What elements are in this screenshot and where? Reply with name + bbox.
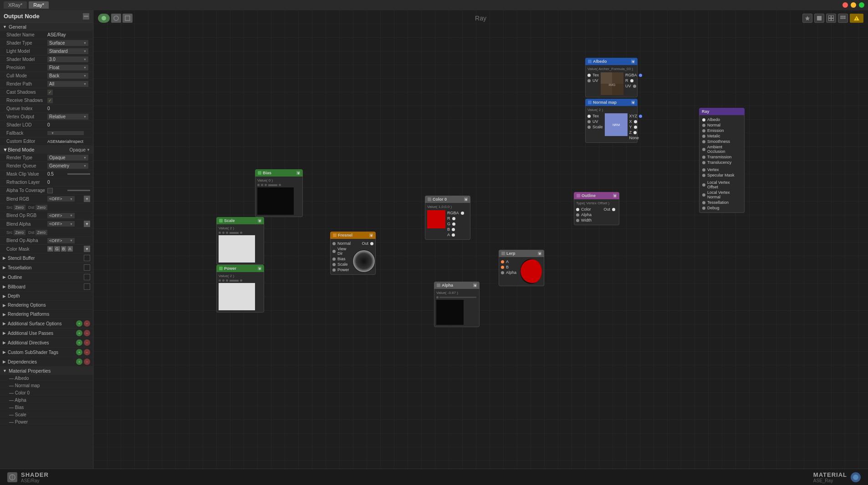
node-color0-menu-icon[interactable]: ▼ <box>464 197 468 201</box>
additional-surface-row[interactable]: ▶ Additional Surface Options + − <box>0 319 93 328</box>
add-surface-remove-icon[interactable]: − <box>84 320 90 327</box>
shader-type-dropdown[interactable]: Surface <box>47 40 88 46</box>
port-ray-lvo: Local Vertex Offset <box>702 180 741 190</box>
render-queue-dropdown[interactable]: Geometry <box>47 163 88 169</box>
node-normalmap[interactable]: Normal map ▼ Value( 2 ) Tex UV Scale NRM <box>585 99 638 143</box>
node-bias[interactable]: Bias ▼ Value( 0 ) <box>255 169 303 217</box>
depth-row[interactable]: ▶ Depth <box>0 292 93 301</box>
node-normalmap-menu-icon[interactable]: ▼ <box>631 101 635 104</box>
node-fresnel[interactable]: Fresnel ▼ Normal View Dir Bias Scale Pow… <box>330 232 376 275</box>
outline-row[interactable]: ▶ Outline <box>0 273 93 282</box>
blend-op-rgb-dropdown[interactable]: <OFF> <box>47 213 75 218</box>
port-r-out: R <box>625 78 644 83</box>
node-power-menu-icon[interactable]: ▼ <box>258 267 261 270</box>
warning-icon-btn[interactable]: ! <box>850 14 863 23</box>
node-bias-menu-icon[interactable]: ▼ <box>296 171 300 175</box>
mat-prop-scale[interactable]: — Scale <box>0 411 93 419</box>
node-scale[interactable]: Scale ▼ Value( 2 ) <box>216 217 264 265</box>
dependencies-row[interactable]: ▶ Dependencies + − <box>0 357 93 367</box>
toolbar-circle2-btn[interactable] <box>111 14 121 23</box>
blend-alpha-dropdown[interactable]: <OFF> <box>47 221 75 227</box>
mask-a[interactable]: A <box>67 246 73 252</box>
render-path-dropdown[interactable]: All <box>47 81 88 87</box>
node-alpha-menu-icon[interactable]: ▼ <box>473 283 477 287</box>
additional-use-passes-row[interactable]: ▶ Additional Use Passes + − <box>0 328 93 338</box>
node-lerp-menu-icon[interactable]: ▼ <box>538 252 541 255</box>
vertex-output-dropdown[interactable]: Relative <box>47 114 88 120</box>
canvas-area[interactable]: Ray ! <box>93 10 868 469</box>
mat-prop-alpha[interactable]: — Alpha <box>0 397 93 404</box>
alpha-coverage-checkbox[interactable] <box>47 188 53 193</box>
star-icon-btn[interactable] <box>802 14 812 23</box>
add-directives-add-icon[interactable]: + <box>76 339 82 346</box>
node-lerp[interactable]: Lerp ▼ A B Alpha <box>499 250 544 286</box>
minimize-btn[interactable] <box>851 2 856 8</box>
tessellation-checkbox[interactable] <box>84 264 90 271</box>
node-alpha[interactable]: Alpha ▼ Value( -0.87 ) <box>434 282 480 327</box>
node-ray[interactable]: Ray Albedo Normal Emission Metalic Smoot… <box>699 108 745 213</box>
blend-op-alpha-dropdown[interactable]: <OFF> <box>47 238 75 243</box>
add-directives-remove-icon[interactable]: − <box>84 339 90 346</box>
add-surface-add-icon[interactable]: + <box>76 320 82 327</box>
mask-g[interactable]: G <box>54 246 60 252</box>
node-albedo[interactable]: Albedo ▼ Value( Archer_Formula_03 ) Tex … <box>585 58 638 97</box>
stencil-buffer-row[interactable]: ▶ Stencil Buffer <box>0 253 93 263</box>
mat-prop-bias[interactable]: — Bias <box>0 404 93 411</box>
rendering-platforms-row[interactable]: ▶ Rendering Platforms <box>0 310 93 319</box>
node-outline-menu-icon[interactable]: ▼ <box>613 194 617 197</box>
cast-shadows-checkbox[interactable]: ✓ <box>47 90 53 95</box>
mat-prop-albedo[interactable]: — Albedo <box>0 375 93 382</box>
cull-mode-dropdown[interactable]: Back <box>47 73 88 79</box>
blend-alpha-dst-dropdown[interactable]: Zero <box>36 230 48 235</box>
panel-minimize-btn[interactable]: — <box>83 13 89 20</box>
shader-model-dropdown[interactable]: 3.0 <box>47 56 88 62</box>
blend-alpha-src-dropdown[interactable]: Zero <box>14 230 26 235</box>
section-blend-mode[interactable]: ▼ Blend Mode Opaque ▼ <box>0 146 93 154</box>
toolbar-circle-btn[interactable] <box>98 14 110 23</box>
custom-tags-add-icon[interactable]: + <box>76 349 82 355</box>
additional-directives-row[interactable]: ▶ Additional Directives + − <box>0 338 93 348</box>
mat-prop-color0[interactable]: — Color 0 <box>0 389 93 397</box>
blend-rgb-dropdown[interactable]: <OFF> <box>47 196 75 202</box>
section-material-properties[interactable]: ▼ Material Properties <box>0 367 93 375</box>
light-model-dropdown[interactable]: Standard <box>47 48 88 54</box>
render-type-dropdown[interactable]: Opaque <box>47 155 88 161</box>
tab-ray[interactable]: Ray* <box>29 1 49 9</box>
maximize-btn[interactable] <box>859 2 864 8</box>
outline-checkbox[interactable] <box>84 274 90 280</box>
billboard-checkbox[interactable] <box>84 283 90 290</box>
node-albedo-menu-icon[interactable]: ▼ <box>631 60 635 63</box>
mat-prop-normalmap[interactable]: — Normal map <box>0 382 93 389</box>
dependencies-remove-icon[interactable]: − <box>84 359 90 365</box>
billboard-row[interactable]: ▶ Billboard <box>0 282 93 292</box>
layout-grid-btn[interactable] <box>838 14 848 23</box>
tessellation-row[interactable]: ▶ Tessellation <box>0 263 93 273</box>
node-color0[interactable]: Color 0 ▼ Value( 1,0,0,0 ) RGBA R G B A <box>425 196 470 240</box>
fallback-dropdown[interactable] <box>47 131 84 135</box>
prop-blend-rgb-src-dst: Src Zero Dst Zero <box>0 203 93 212</box>
mask-r[interactable]: R <box>47 246 53 252</box>
precision-dropdown[interactable]: Float <box>47 65 88 71</box>
add-passes-remove-icon[interactable]: − <box>84 330 90 336</box>
receive-shadows-checkbox[interactable]: ✓ <box>47 98 53 103</box>
node-fresnel-menu-icon[interactable]: ▼ <box>369 233 373 237</box>
section-general[interactable]: ▼ General <box>0 23 93 31</box>
mat-prop-power[interactable]: — Power <box>0 419 93 426</box>
mask-b[interactable]: B <box>61 246 66 252</box>
custom-tags-remove-icon[interactable]: − <box>84 349 90 355</box>
node-scale-menu-icon[interactable]: ▼ <box>258 219 261 222</box>
dependencies-add-icon[interactable]: + <box>76 359 82 365</box>
blend-dst-dropdown[interactable]: Zero <box>36 205 48 210</box>
add-passes-add-icon[interactable]: + <box>76 330 82 336</box>
blend-src-dropdown[interactable]: Zero <box>14 205 26 210</box>
close-btn[interactable] <box>842 2 848 8</box>
node-power[interactable]: Power ▼ Value( 2 ) <box>216 265 264 313</box>
custom-subshader-tags-row[interactable]: ▶ Custom SubShader Tags + − <box>0 348 93 357</box>
layout-expand-btn[interactable] <box>826 14 836 23</box>
tab-xray[interactable]: XRay* <box>4 1 27 9</box>
layout-square-btn[interactable] <box>814 14 824 23</box>
rendering-options-row[interactable]: ▶ Rendering Options <box>0 301 93 310</box>
stencil-checkbox[interactable] <box>84 255 90 261</box>
node-outline[interactable]: Outline ▼ Type( Vertex Offset ) Color Al… <box>574 192 619 225</box>
toolbar-square-btn[interactable] <box>123 14 133 23</box>
